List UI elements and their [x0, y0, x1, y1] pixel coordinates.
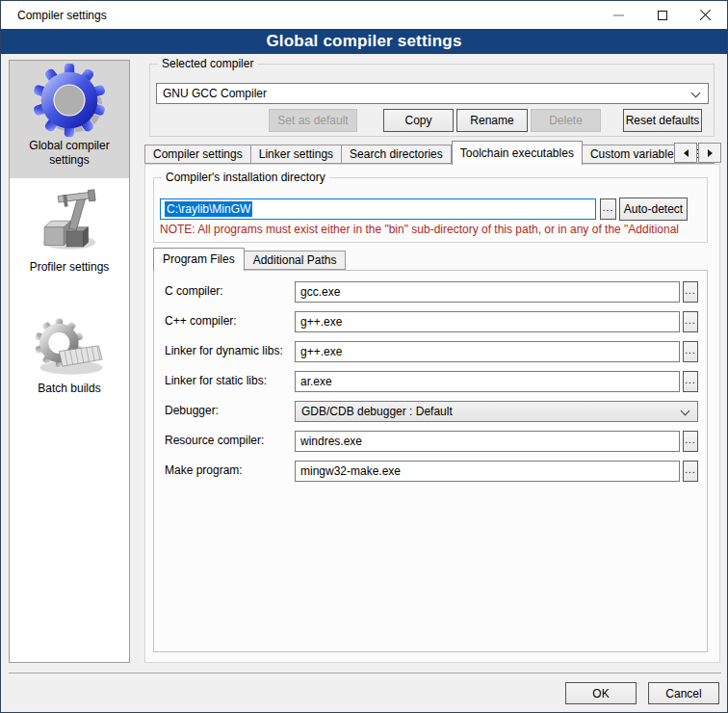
cpp-compiler-label: C++ compiler:	[165, 314, 237, 328]
tab-program-files[interactable]: Program Files	[153, 248, 245, 271]
blue-gear-icon	[32, 64, 107, 137]
page-title: Global compiler settings	[1, 29, 727, 54]
arrow-right-icon	[708, 149, 713, 157]
arrow-left-icon	[684, 149, 689, 157]
sidebar-item-profiler-settings[interactable]: Profiler settings	[10, 179, 129, 293]
settings-tab-bar: Compiler settings Linker settings Search…	[144, 140, 715, 164]
set-as-default-button[interactable]: Set as default	[269, 109, 357, 132]
sidebar-item-label: Global compiler settings	[10, 137, 129, 175]
group-label: Selected compiler	[158, 57, 257, 70]
tab-scroll-left-button[interactable]	[674, 143, 697, 163]
tab-scroll-right-button[interactable]	[698, 143, 721, 163]
sidebar-item-global-compiler-settings[interactable]: Global compiler settings	[10, 61, 129, 178]
maximize-button[interactable]	[640, 1, 684, 29]
program-files-tab-bar: Program Files Additional Paths	[153, 247, 346, 270]
resource-compiler-label: Resource compiler:	[165, 434, 264, 447]
tab-custom-variables[interactable]: Custom variables	[583, 145, 689, 164]
batch-builds-icon	[32, 316, 107, 380]
toolchain-executables-page: Compiler's installation directory C:\ray…	[144, 164, 720, 663]
make-program-browse-button[interactable]: ...	[683, 461, 698, 482]
rename-button[interactable]: Rename	[456, 109, 528, 132]
tab-toolchain-executables[interactable]: Toolchain executables	[452, 141, 583, 165]
reset-defaults-button[interactable]: Reset defaults	[623, 109, 702, 132]
copy-button[interactable]: Copy	[383, 109, 454, 132]
resource-compiler-browse-button[interactable]: ...	[683, 431, 698, 452]
group-label: Compiler's installation directory	[162, 171, 329, 184]
tab-linker-settings[interactable]: Linker settings	[251, 145, 342, 164]
tab-scroll-arrows	[674, 143, 721, 163]
cpp-compiler-browse-button[interactable]: ...	[683, 311, 698, 332]
minimize-icon	[613, 14, 624, 16]
c-compiler-browse-button[interactable]: ...	[683, 281, 698, 303]
sidebar-item-label: Batch builds	[32, 380, 106, 404]
delete-button[interactable]: Delete	[531, 109, 601, 132]
selected-text: C:\raylib\MinGW	[165, 201, 252, 217]
static-linker-label: Linker for static libs:	[165, 374, 267, 387]
maximize-icon	[658, 11, 667, 20]
compiler-select-value: GNU GCC Compiler	[163, 87, 267, 100]
ok-button[interactable]: OK	[565, 682, 637, 704]
auto-detect-button[interactable]: Auto-detect	[619, 198, 688, 221]
compiler-select[interactable]: GNU GCC Compiler	[156, 83, 709, 104]
program-files-page: C compiler: ... C++ compiler: ... Linker…	[153, 270, 708, 652]
title-bar[interactable]: Compiler settings	[1, 1, 727, 29]
make-program-label: Make program:	[165, 463, 243, 477]
chevron-down-icon	[691, 89, 701, 98]
sidebar-item-label: Profiler settings	[24, 258, 116, 282]
dynamic-linker-browse-button[interactable]: ...	[683, 341, 698, 362]
debugger-select-value: GDB/CDB debugger : Default	[301, 405, 453, 418]
cancel-button[interactable]: Cancel	[648, 682, 719, 704]
tab-search-directories[interactable]: Search directories	[342, 145, 452, 164]
close-button[interactable]	[684, 1, 727, 29]
bin-subdirectory-note: NOTE: All programs must exist either in …	[160, 223, 701, 236]
browse-directory-button[interactable]: ...	[600, 198, 616, 220]
static-linker-input[interactable]	[295, 371, 680, 392]
resource-compiler-input[interactable]	[295, 431, 680, 452]
static-linker-browse-button[interactable]: ...	[683, 371, 698, 392]
tab-additional-paths[interactable]: Additional Paths	[245, 251, 347, 270]
minimize-button[interactable]	[597, 1, 640, 29]
caliper-profiler-icon	[35, 185, 104, 258]
dialog-body: Global compiler settings	[1, 54, 727, 712]
debugger-label: Debugger:	[165, 404, 219, 417]
sidebar-item-batch-builds[interactable]: Batch builds	[10, 312, 129, 404]
installation-directory-input[interactable]: C:\raylib\MinGW	[160, 198, 596, 220]
tab-compiler-settings[interactable]: Compiler settings	[144, 145, 251, 164]
make-program-input[interactable]	[295, 461, 680, 482]
close-icon	[699, 9, 712, 21]
c-compiler-input[interactable]	[295, 281, 680, 303]
cpp-compiler-input[interactable]	[295, 311, 680, 332]
settings-category-list: Global compiler settings	[9, 60, 130, 663]
window-title: Compiler settings	[1, 9, 107, 22]
dynamic-linker-input[interactable]	[295, 341, 680, 362]
footer-divider	[9, 673, 721, 673]
dynamic-linker-label: Linker for dynamic libs:	[165, 344, 283, 357]
chevron-down-icon	[681, 407, 690, 416]
c-compiler-label: C compiler:	[165, 284, 223, 298]
debugger-select[interactable]: GDB/CDB debugger : Default	[295, 401, 698, 422]
compiler-settings-dialog: Compiler settings Global compiler settin…	[0, 0, 728, 713]
